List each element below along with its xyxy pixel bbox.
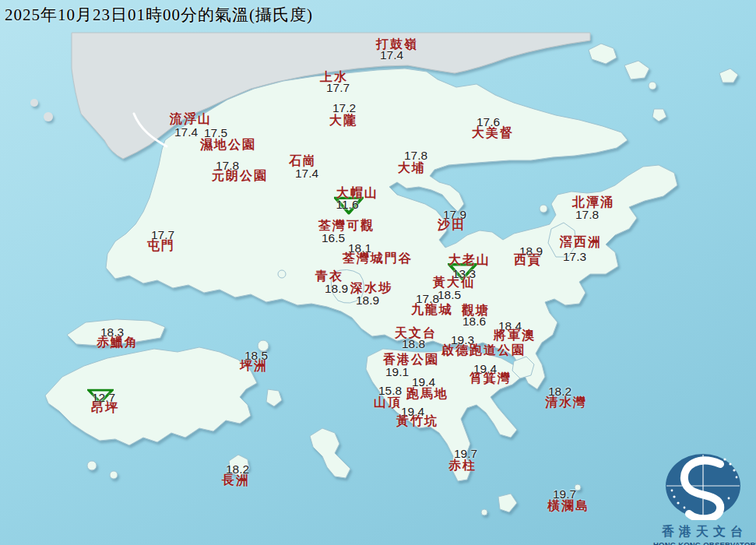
station-name: 北潭涌 [572,195,614,211]
station-name: 荃灣城門谷 [343,251,413,267]
station-name: 筲箕灣 [469,371,512,387]
station-name: 濕地公園 [200,137,256,153]
station-name: 荃灣可觀 [318,218,374,234]
station-name: 大隴 [329,113,357,129]
station-name: 坪洲 [240,358,268,374]
station-temperature: 17.4 [174,125,198,139]
station-name: 元朗公園 [212,168,268,185]
station-name: 橫瀾島 [547,498,589,515]
station-name: 昂坪 [91,400,119,417]
station-name: 流浮山 [170,111,212,128]
station-name: 黃大仙 [433,275,475,291]
station-name: 大帽山 [336,185,378,202]
station-name: 打鼓嶺 [376,37,418,53]
station-name: 天文台 [395,325,437,342]
station-name: 石崗 [289,153,317,170]
hko-logo: 香港天文台 HONG KONG OBSERVATORY [653,448,756,545]
station-name: 西貢 [514,252,542,269]
station-name: 長洲 [222,473,250,489]
station-name: 深水埗 [350,280,392,297]
hko-logo-english-name: HONG KONG OBSERVATORY [653,540,756,545]
station-temperature: 17.3 [563,250,586,264]
station-name: 九龍城 [411,302,453,318]
station-name: 山頂 [374,395,402,411]
station-name: 大美督 [472,125,514,142]
station-name: 赤柱 [448,458,476,474]
hko-logo-emblem [653,448,756,520]
station-name: 上水 [320,69,348,86]
hko-regional-temperature-map: 2025年10月23日01時00分的氣溫(攝氏度) 17.4打鼓嶺17.7上水1… [0,0,756,545]
station-name: 將軍澳 [494,328,536,344]
station-name: 沙田 [438,217,466,234]
hko-logo-chinese-name: 香港天文台 [653,524,756,540]
station-name: 清水灣 [545,395,587,411]
map-title: 2025年10月23日01時00分的氣溫(攝氏度) [5,4,313,26]
station-name: 赤鱲角 [97,335,139,351]
station-name: 滘西洲 [560,234,602,251]
station-name: 香港公園 [383,352,439,368]
stations-layer: 17.4打鼓嶺17.7上水17.2大隴17.6大美督17.4流浮山17.5濕地公… [0,0,756,545]
station-name: 觀塘 [462,303,490,319]
station-name: 跑馬地 [406,386,448,403]
station-name: 黃竹坑 [396,413,438,430]
station-name: 大老山 [448,252,491,269]
station-name: 屯門 [147,238,175,255]
station-name: 大埔 [398,160,426,177]
station-name: 青衣 [315,269,343,285]
station-name: 啟德跑道公園 [441,343,526,359]
